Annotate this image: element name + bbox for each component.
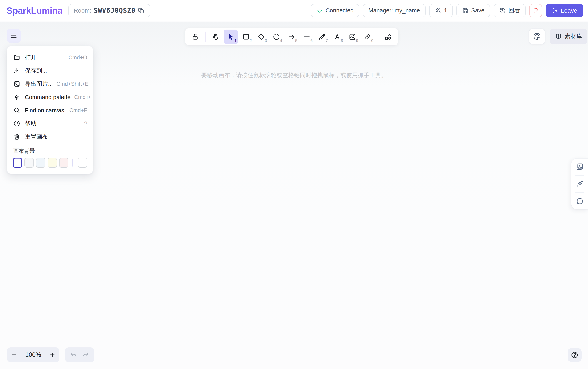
minus-icon	[10, 351, 17, 358]
undo-button[interactable]	[70, 351, 77, 359]
tool-number: 2	[250, 38, 252, 43]
leave-icon	[552, 7, 558, 14]
tool-eraser[interactable]: 0	[360, 30, 375, 44]
app-logo: SparkLumina	[6, 5, 63, 16]
background-swatch-pink[interactable]	[59, 158, 69, 168]
arrow-right-icon	[288, 33, 296, 41]
top-bar-left: SparkLumina Room: SWV6J0QSZ0	[6, 4, 150, 17]
menu-item-help[interactable]: 帮助 ?	[7, 117, 93, 130]
participants-button[interactable]: 1	[429, 4, 453, 17]
tool-image[interactable]: 9	[345, 30, 360, 44]
ai-assistant-button[interactable]	[576, 180, 584, 188]
tool-line[interactable]: 6	[300, 30, 314, 44]
menu-item-export-image[interactable]: 导出图片... Cmd+Shift+E	[7, 77, 93, 91]
top-bar: SparkLumina Room: SWV6J0QSZ0 Connected M…	[0, 0, 588, 21]
canvas-background-swatches	[7, 158, 93, 168]
tool-lock[interactable]	[188, 30, 202, 44]
library-button[interactable]: 素材库	[550, 29, 588, 44]
menu-item-label: 导出图片...	[25, 80, 53, 88]
library-button-label: 素材库	[565, 32, 582, 40]
theme-palette-button[interactable]	[529, 29, 545, 44]
menu-item-reset-canvas[interactable]: 重置画布	[7, 130, 93, 143]
plus-icon	[49, 351, 56, 358]
help-circle-icon	[571, 351, 579, 359]
background-swatch-yellow[interactable]	[48, 158, 57, 168]
menu-item-label: 打开	[25, 54, 65, 62]
room-code: SWV6J0QSZ0	[94, 7, 136, 14]
gallery-button[interactable]	[576, 163, 584, 171]
tool-number: 9	[356, 38, 358, 43]
connection-status-label: Connected	[326, 7, 354, 14]
top-bar-right: Connected Manager: my_name 1 Save 回看	[311, 4, 583, 17]
save-button[interactable]: Save	[456, 4, 490, 17]
menu-item-open[interactable]: 打开 Cmd+O	[7, 51, 93, 64]
zap-icon	[13, 93, 21, 101]
images-icon	[576, 163, 584, 171]
tool-number: 1	[234, 38, 237, 43]
menu-item-shortcut: Cmd+F	[69, 107, 87, 113]
leave-button-label: Leave	[561, 7, 577, 14]
menu-item-shortcut: Cmd+/	[74, 94, 90, 100]
tool-more-shapes[interactable]	[381, 30, 395, 44]
canvas-background-section-label: 画布背景	[13, 147, 87, 154]
redo-icon	[82, 351, 90, 359]
manager-badge: Manager: my_name	[363, 4, 426, 17]
zoom-level[interactable]: 100%	[21, 351, 45, 359]
toolbar-divider	[205, 31, 206, 42]
menu-item-command-palette[interactable]: Command palette Cmd+/	[7, 91, 93, 104]
cursor-icon	[227, 33, 235, 41]
tool-arrow[interactable]: 5	[284, 30, 299, 44]
redo-button[interactable]	[82, 351, 90, 359]
trash-icon	[532, 7, 539, 14]
tool-draw[interactable]: 7	[315, 30, 329, 44]
download-icon	[13, 67, 21, 74]
tool-rectangle[interactable]: 2	[239, 30, 253, 44]
background-swatch-custom[interactable]	[78, 158, 87, 168]
menu-item-label: 保存到...	[25, 67, 84, 75]
book-open-icon	[555, 33, 562, 40]
hand-icon	[212, 33, 220, 41]
leave-button[interactable]: Leave	[546, 4, 583, 17]
tool-number: 3	[265, 38, 267, 43]
background-swatch-gray[interactable]	[24, 158, 34, 168]
zoom-out-button[interactable]	[7, 348, 21, 362]
tool-hand[interactable]	[208, 30, 223, 44]
tool-ellipse[interactable]: 4	[269, 30, 284, 44]
copy-icon	[138, 7, 145, 14]
folder-icon	[13, 54, 21, 61]
menu-item-label: Find on canvas	[25, 107, 66, 114]
chat-button[interactable]	[576, 197, 584, 205]
help-button[interactable]	[567, 348, 582, 362]
copy-room-code-button[interactable]	[138, 7, 145, 14]
room-info: Room: SWV6J0QSZ0	[68, 4, 150, 17]
chat-bubble-icon	[576, 197, 584, 205]
menu-item-find-on-canvas[interactable]: Find on canvas Cmd+F	[7, 104, 93, 117]
menu-item-shortcut: Cmd+Shift+E	[56, 81, 89, 87]
hamburger-icon	[10, 32, 18, 40]
menu-item-save-to[interactable]: 保存到...	[7, 64, 93, 77]
trash-icon	[13, 133, 21, 140]
dock-divider	[575, 175, 584, 175]
clear-canvas-button[interactable]	[529, 4, 542, 17]
zoom-in-button[interactable]	[45, 348, 59, 362]
rectangle-icon	[242, 33, 250, 41]
shapes-icon	[384, 33, 392, 41]
tool-diamond[interactable]: 3	[254, 30, 268, 44]
background-swatch-blue[interactable]	[36, 158, 45, 168]
text-icon	[333, 33, 341, 41]
participant-count: 1	[444, 7, 447, 14]
main-menu-button[interactable]	[7, 29, 21, 43]
tool-selection[interactable]: 1	[224, 30, 238, 44]
background-swatch-white[interactable]	[13, 158, 22, 168]
help-circle-icon	[13, 120, 21, 127]
tool-number: 0	[371, 38, 373, 43]
tool-toolbar: 1 2 3 4 5 6 7	[185, 28, 398, 46]
history-icon	[499, 7, 506, 14]
save-icon	[462, 7, 469, 14]
diamond-icon	[257, 33, 265, 41]
lock-open-icon	[191, 33, 199, 41]
replay-button-label: 回看	[508, 7, 520, 15]
replay-button[interactable]: 回看	[494, 4, 525, 17]
tool-text[interactable]: 8	[330, 30, 344, 44]
export-image-icon	[13, 80, 21, 88]
